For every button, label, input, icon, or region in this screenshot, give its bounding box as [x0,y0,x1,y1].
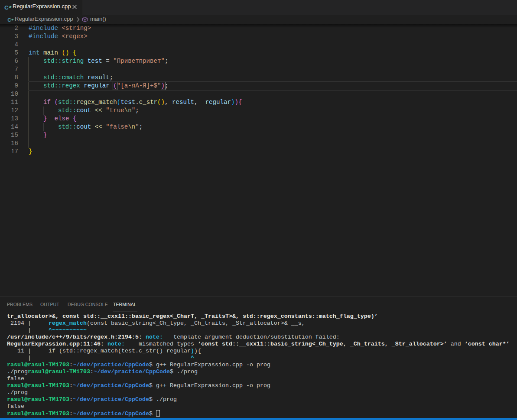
svg-text:C: C [4,4,9,11]
svg-text:C: C [7,17,11,23]
